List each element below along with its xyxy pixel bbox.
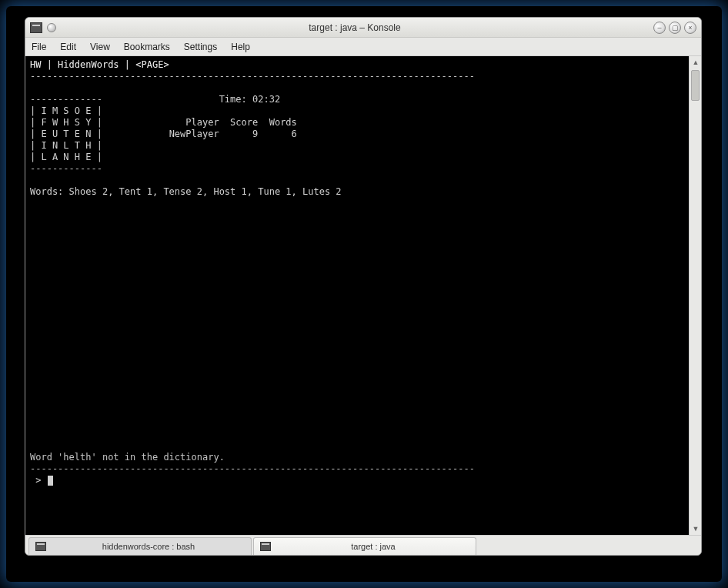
grid-row-2: | F W H S Y | [30,117,102,128]
error-message: Word 'helth' not in the dictionary. [30,452,225,463]
prompt: > [30,475,47,486]
scroll-down-icon[interactable]: ▼ [690,523,702,535]
scroll-thumb[interactable] [691,70,700,101]
grid-row-3: | E U T E N | [30,129,102,139]
menu-help[interactable]: Help [231,42,250,52]
grid-row-1: | I M S O E | [30,105,102,116]
konsole-window: target : java – Konsole – ▢ × File Edit … [25,17,702,556]
window-title: target : java – Konsole [56,22,653,33]
grid-row-5: | L A N H E | [30,152,102,162]
window-menu-icon[interactable] [47,23,56,32]
terminal-icon [35,542,46,551]
menubar: File Edit View Bookmarks Settings Help [25,38,701,56]
grid-row-4: | I N L T H | [30,140,102,151]
player-name: NewPlayer [169,129,219,139]
app-icon [30,22,42,33]
terminal-output[interactable]: HW | HiddenWords | <PAGE> --------------… [25,56,689,535]
player-score: 9 [252,129,258,139]
breadcrumb: HW | HiddenWords | <PAGE> [30,59,169,70]
maximize-button[interactable]: ▢ [669,22,681,34]
scroll-up-icon[interactable]: ▲ [690,56,702,68]
menu-file[interactable]: File [32,42,46,52]
tab-label: hiddenwords-core : bash [52,542,245,551]
tab-bar: hiddenwords-core : bash target : java [25,535,701,555]
menu-bookmarks[interactable]: Bookmarks [124,42,170,52]
time-value: 02:32 [252,94,280,105]
close-button[interactable]: × [684,22,696,34]
tab-target-java[interactable]: target : java [253,537,476,555]
divider-bottom: ----------------------------------------… [30,463,475,474]
tab-hiddenwords-bash[interactable]: hiddenwords-core : bash [28,537,252,555]
cursor-icon [48,476,53,486]
terminal-icon [260,542,271,551]
col-player: Player [185,117,219,128]
col-words: Words [269,117,297,128]
menu-settings[interactable]: Settings [184,42,217,52]
titlebar[interactable]: target : java – Konsole – ▢ × [25,18,701,38]
words-list: Words: Shoes 2, Tent 1, Tense 2, Host 1,… [30,186,342,197]
scrollbar[interactable]: ▲ ▼ [689,56,701,535]
menu-edit[interactable]: Edit [60,42,76,52]
divider: ----------------------------------------… [30,71,475,82]
menu-view[interactable]: View [90,42,110,52]
grid-bottom: ------------- [30,163,102,174]
grid-top: ------------- [30,94,102,105]
minimize-button[interactable]: – [653,22,666,34]
time-label: Time: [219,94,247,105]
col-score: Score [230,117,258,128]
player-words: 6 [292,129,297,139]
tab-label: target : java [277,542,469,551]
